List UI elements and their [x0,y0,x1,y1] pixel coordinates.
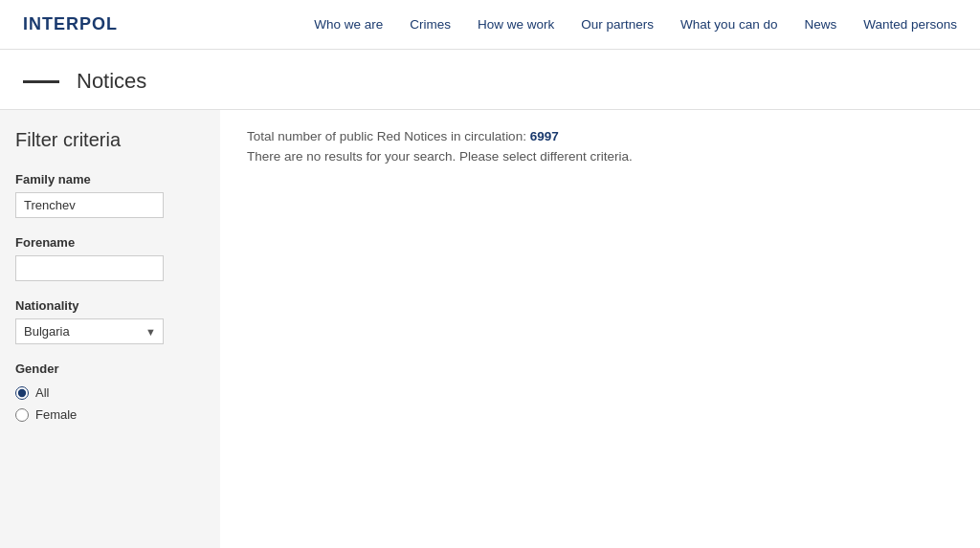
no-results-message: There are no results for your search. Pl… [247,149,953,164]
nav-news[interactable]: News [804,17,836,32]
main-nav: Who we are Crimes How we work Our partne… [314,17,957,32]
filter-title: Filter criteria [15,129,205,151]
gender-female-label: Female [35,407,77,422]
forename-label: Forename [15,235,205,250]
family-name-group: Family name [15,172,205,218]
nav-wanted-persons[interactable]: Wanted persons [863,17,957,32]
results-summary: Total number of public Red Notices in ci… [247,129,953,143]
nationality-select-wrapper: Bulgaria France Germany United States Un… [15,318,164,344]
filter-sidebar: Filter criteria Family name Forename Nat… [0,110,220,548]
header: INTERPOL Who we are Crimes How we work O… [0,0,980,50]
nav-who-we-are[interactable]: Who we are [314,17,383,32]
forename-input[interactable] [15,255,164,281]
gender-female-radio[interactable] [15,408,29,422]
gender-all-radio[interactable] [15,386,29,400]
gender-group: Gender All Female [15,362,205,422]
results-count: 6997 [530,129,559,143]
nationality-group: Nationality Bulgaria France Germany Unit… [15,298,205,344]
nationality-select[interactable]: Bulgaria France Germany United States Un… [15,318,164,344]
gender-all-label: All [35,385,49,400]
main-content: Filter criteria Family name Forename Nat… [0,110,980,548]
results-summary-prefix: Total number of public Red Notices in ci… [247,129,530,143]
nationality-label: Nationality [15,298,205,313]
gender-female-option[interactable]: Female [15,407,205,422]
results-area: Total number of public Red Notices in ci… [220,110,980,548]
nav-what-you-can-do[interactable]: What you can do [680,17,777,32]
forename-group: Forename [15,235,205,281]
page-title-section: Notices [0,50,980,110]
nav-our-partners[interactable]: Our partners [581,17,654,32]
gender-label: Gender [15,362,205,376]
logo[interactable]: INTERPOL [23,14,118,34]
title-dash [23,80,59,83]
nav-crimes[interactable]: Crimes [410,17,451,32]
family-name-label: Family name [15,172,205,186]
family-name-input[interactable] [15,192,164,218]
nav-how-we-work[interactable]: How we work [478,17,554,32]
page-title: Notices [77,69,146,94]
gender-radio-group: All Female [15,385,205,422]
gender-all-option[interactable]: All [15,385,205,400]
